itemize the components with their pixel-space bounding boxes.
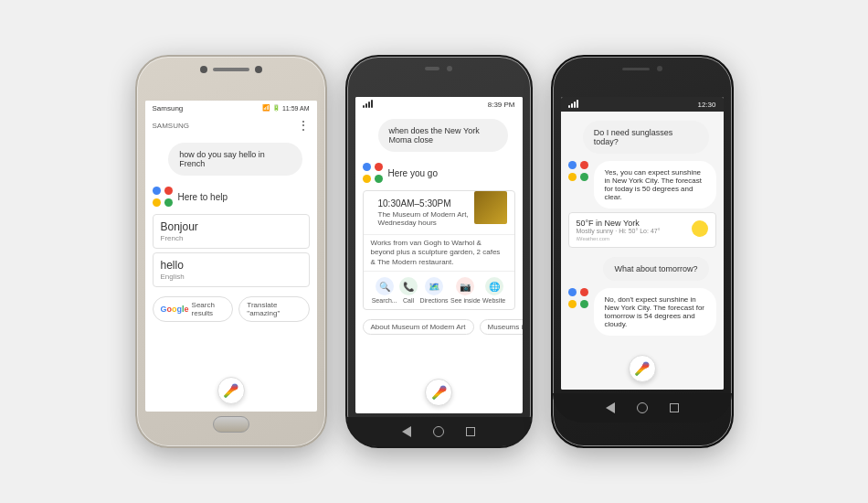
pixel-user-msg-1: Do I need sunglasses today? [583, 121, 709, 154]
carrier-label: Samsung [153, 104, 184, 112]
search-results-button[interactable]: Google Search results [153, 296, 234, 322]
mic-container: 🎤 [145, 369, 317, 412]
signal-icon [363, 101, 373, 108]
pixel-assistant-msg-1: Yes, you can expect sunshine in New York… [594, 161, 716, 209]
mic-icon: 🎤 [223, 383, 238, 398]
nexus-chat-content: when does the New York Moma close Here y… [355, 112, 523, 371]
home-button[interactable] [213, 416, 249, 433]
word-bonjour: Bonjour [161, 220, 302, 233]
status-icons: 📶 🔋 11:59 AM [262, 104, 310, 112]
pixel-chat-content: Do I need sunglasses today? Yes, you can… [561, 112, 724, 348]
front-camera [447, 66, 452, 71]
pixel-time: 12:30 [697, 101, 715, 109]
pixel-assistant-msg-2: No, don't expect sunshine in New York Ci… [594, 288, 716, 336]
nexus-phone: 8:39 PM when does the New York Moma clos… [345, 55, 533, 448]
suggestion-museums[interactable]: Museums i [480, 319, 523, 335]
assistant-greeting: Here to help [178, 192, 228, 202]
pixel-mic-container: 🎤 [561, 348, 724, 390]
search-icon: 🔍 [376, 277, 394, 295]
samsung-screen: Samsung 📶 🔋 11:59 AM SAMSUNG ⋮ how do yo… [145, 101, 317, 412]
time-label: 11:59 AM [282, 105, 310, 112]
nexus-screen: 8:39 PM when does the New York Moma clos… [355, 97, 523, 413]
directions-action[interactable]: 🗺️ Directions [419, 277, 448, 304]
inside-icon: 📷 [456, 277, 474, 295]
google-assistant-icon [363, 163, 383, 183]
phone-icon: 📞 [399, 277, 418, 295]
weather-card: 50°F in New York Mostly sunny · Hi: 50° … [568, 212, 716, 248]
earpiece [213, 68, 249, 71]
weather-subtitle: Mostly sunny · Hi: 50° Lo: 47° [577, 228, 708, 234]
pixel-screen: 12:30 Do I need sunglasses today? [561, 97, 724, 390]
action-buttons: Google Search results Translate "amazing… [145, 291, 317, 327]
front-camera [200, 66, 207, 73]
pixel-back-button[interactable] [606, 402, 615, 413]
chat-content: how do you say hello in French Here to h… [145, 135, 317, 369]
nexus-status-bar: 8:39 PM [355, 97, 523, 112]
google-logo: Google [161, 305, 189, 314]
recents-button[interactable] [466, 427, 475, 436]
pixel-recents-button[interactable] [670, 403, 679, 412]
nexus-nav-bar [347, 417, 531, 446]
see-inside-action[interactable]: 📷 See inside [450, 277, 481, 304]
search-results-label: Search results [192, 301, 226, 317]
status-bar: Samsung 📶 🔋 11:59 AM [145, 101, 317, 115]
pixel-phone: 12:30 Do I need sunglasses today? [551, 55, 734, 448]
samsung-top-decoration [137, 66, 325, 73]
user-message: how do you say hello in French [168, 143, 302, 176]
nexus-assistant-response: Here you go [355, 159, 523, 187]
nexus-mic-icon: 🎤 [431, 385, 447, 400]
website-icon: 🌐 [485, 277, 503, 295]
lang-french: French [161, 234, 302, 242]
mic-button[interactable]: 🎤 [217, 377, 245, 404]
nexus-time: 8:39 PM [488, 101, 515, 109]
google-assistant-icon-2 [568, 288, 588, 308]
nexus-top-decoration [347, 66, 531, 71]
translation-bonjour: Bonjour French [153, 214, 310, 249]
museum-image [474, 191, 507, 224]
more-options-icon[interactable]: ⋮ [297, 119, 310, 132]
assistant-response: Here to help [145, 183, 317, 210]
weather-title: 50°F in New York [577, 219, 708, 228]
translation-hello: hello English [153, 252, 310, 287]
word-hello: hello [161, 259, 302, 272]
signal-icon [568, 101, 578, 108]
samsung-brand: SAMSUNG [153, 122, 189, 130]
google-assistant-icon [153, 187, 173, 207]
nexus-mic-container: 🎤 [355, 371, 523, 413]
back-button[interactable] [402, 426, 411, 437]
nexus-mic-button[interactable]: 🎤 [425, 379, 452, 406]
sun-icon [692, 220, 708, 237]
pixel-mic-button[interactable]: 🎤 [629, 355, 656, 382]
pixel-top-decoration [553, 66, 732, 71]
website-action[interactable]: 🌐 Website [482, 277, 505, 304]
translate-button[interactable]: Translate "amazing" [238, 296, 309, 322]
earpiece [425, 67, 439, 70]
pixel-user-msg-2: What about tomorrow? [603, 257, 708, 281]
nexus-assistant-greeting: Here you go [388, 168, 438, 178]
museum-card: 10:30AM–5:30PM The Museum of Modern Art,… [363, 190, 515, 310]
pixel-home-button[interactable] [637, 402, 648, 413]
translate-label: Translate "amazing" [247, 301, 301, 317]
museum-description: Works from van Gogh to Warhol & beyond p… [364, 234, 514, 271]
google-assistant-icon-1 [568, 161, 588, 181]
call-action[interactable]: 📞 Call [399, 277, 418, 304]
search-action[interactable]: 🔍 Search... [372, 277, 397, 304]
nexus-user-message: when does the New York Moma close [378, 119, 508, 152]
pixel-status-bar: 12:30 [561, 97, 724, 112]
home-button[interactable] [433, 426, 444, 437]
samsung-header: SAMSUNG ⋮ [145, 115, 317, 135]
lang-english: English [161, 273, 302, 281]
action-icons-row: 🔍 Search... 📞 Call 🗺️ Directions 📷 [364, 271, 514, 309]
earpiece [622, 68, 650, 70]
suggestion-chips: About Museum of Modern Art Museums i [355, 314, 523, 340]
weather-source: iWeather.com [577, 236, 708, 241]
directions-icon: 🗺️ [425, 277, 443, 295]
pixel-mic-icon: 🎤 [634, 361, 650, 376]
front-camera [657, 66, 662, 71]
front-sensor [255, 66, 262, 73]
suggestion-about[interactable]: About Museum of Modern Art [363, 319, 474, 335]
pixel-nav-bar [553, 393, 732, 423]
samsung-phone: Samsung 📶 🔋 11:59 AM SAMSUNG ⋮ how do yo… [135, 55, 327, 448]
